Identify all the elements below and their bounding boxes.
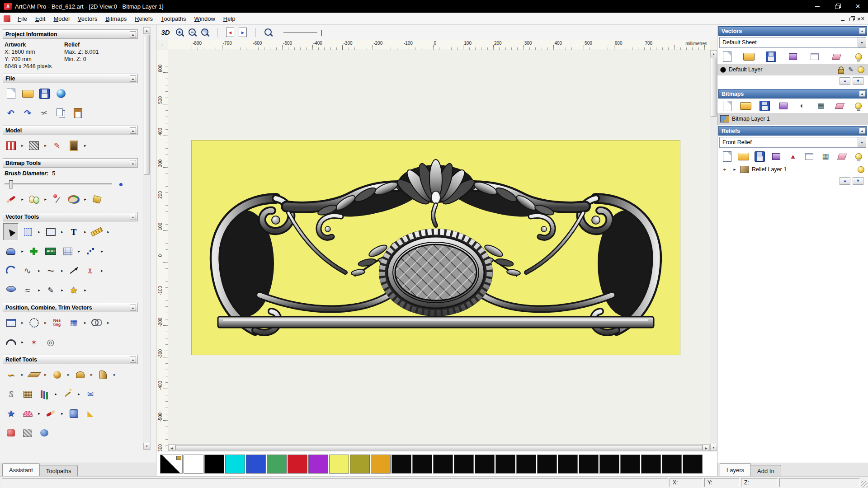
palette-swatch[interactable] [516,455,536,474]
flyout-icon[interactable] [83,223,88,240]
bezier-tool-icon[interactable] [43,262,58,279]
bitmaps-header[interactable]: Bitmaps [718,89,867,99]
colour-picker-icon[interactable] [49,191,65,208]
bitmap-to-vector-icon[interactable] [60,243,75,260]
flyout-icon[interactable] [20,314,25,331]
vectors-header[interactable]: Vectors [718,26,867,36]
arrow-up-blue-icon[interactable] [840,177,850,185]
palette-swatch[interactable] [641,455,661,474]
menu-item-bitmaps[interactable]: Bitmaps [101,14,131,24]
menu-item-toolpaths[interactable]: Toolpaths [157,14,190,24]
menu-item-model[interactable]: Model [49,14,73,24]
pencil-edit-icon[interactable] [846,65,855,74]
reliefs-header[interactable]: Reliefs [718,126,867,136]
relief-layer-row[interactable]: Relief Layer 1 [717,164,868,175]
grid-icon[interactable] [820,150,831,162]
horizontal-scrollbar[interactable] [168,444,710,451]
text-block-icon[interactable] [43,243,58,260]
trim-tool-icon[interactable] [83,262,98,279]
arrow-down-blue-icon[interactable] [853,77,863,85]
section-project-information[interactable]: Project Information [3,29,138,39]
zoom-out-icon[interactable] [186,27,198,38]
flyout-icon[interactable] [43,191,48,208]
page-new-icon[interactable] [721,100,733,112]
smooth-relief-icon[interactable] [3,366,19,383]
brush-diameter-slider[interactable] [5,180,137,188]
collapse-icon[interactable] [130,357,136,363]
palette-swatch[interactable] [350,455,370,474]
flyout-icon[interactable] [66,366,71,383]
folder-open-icon[interactable] [740,100,752,112]
merge-layer-icon[interactable] [770,150,782,162]
scroll-up-button[interactable] [710,50,717,57]
copy-icon[interactable] [53,104,69,122]
palette-swatch[interactable] [329,455,349,474]
fan-relief-icon[interactable] [20,405,35,422]
mdi-close-button[interactable]: × [856,14,865,23]
section-vector-tools[interactable]: Vector Tools [3,212,138,221]
bitmap-layer-row[interactable]: Bitmap Layer 1 [717,113,868,125]
flyout-icon[interactable] [76,385,81,403]
menu-item-help[interactable]: Help [219,14,240,24]
eraser-icon[interactable] [831,51,843,62]
page-new-icon[interactable] [3,85,19,102]
palette-swatch[interactable] [412,455,432,474]
thumb-bitmap-icon[interactable] [720,114,729,123]
texture-relief-icon[interactable] [66,405,81,422]
flyout-icon[interactable] [43,314,48,331]
zoom-page-icon[interactable] [262,27,274,38]
flyout-icon[interactable] [20,366,25,383]
palette-swatch[interactable] [392,455,411,474]
menu-item-file[interactable]: File [14,14,31,24]
import-model-icon[interactable] [53,85,69,102]
collapse-icon[interactable] [859,90,865,97]
paint-brush-icon[interactable] [3,191,19,208]
pen-tool-icon[interactable] [43,282,58,299]
merge-layer-icon[interactable] [787,51,799,62]
minimize-button[interactable] [807,0,827,13]
sheet-icon[interactable] [803,150,815,162]
menu-item-edit[interactable]: Edit [31,14,49,24]
flyout-icon[interactable] [60,223,65,240]
flyout-icon[interactable] [112,366,117,383]
join-vectors-icon[interactable] [3,333,19,351]
sheet-icon[interactable] [809,51,821,62]
flyout-icon[interactable] [20,137,25,154]
scroll-down-button[interactable] [143,443,150,450]
layer-colour-swatch[interactable] [720,67,726,73]
palette-swatch[interactable] [579,455,599,474]
folder-open-icon[interactable] [743,51,755,62]
flyout-icon[interactable] [43,366,48,383]
mdi-restore-button[interactable] [847,14,856,23]
paint-bucket-icon[interactable] [89,191,104,208]
slider-handle[interactable] [9,180,13,188]
polyline-arrow-icon[interactable] [66,262,81,279]
restore-button[interactable] [827,0,848,13]
disk-save-icon[interactable] [765,51,777,62]
section-file[interactable]: File [3,74,138,83]
flyout-icon[interactable] [20,191,25,208]
flyout-icon[interactable] [60,282,65,299]
cut-icon[interactable] [37,104,52,122]
palette-swatch[interactable] [371,455,391,474]
vector-layer-row[interactable]: Default Layer [717,64,868,75]
primary-secondary-colour-swatch[interactable] [160,455,183,474]
collapse-icon[interactable] [859,127,865,134]
tab-assistant[interactable]: Assistant [2,463,40,476]
model-image-icon[interactable] [66,137,81,154]
scroll-up-button[interactable] [143,27,150,34]
trim-weld-icon[interactable] [26,333,42,351]
cropped-tool-b-icon[interactable] [20,424,35,441]
extrude-relief-icon[interactable] [95,366,111,383]
sheet-selector[interactable]: Default Sheet [719,37,866,48]
palette-swatch[interactable] [537,455,557,474]
section-relief-tools[interactable]: Relief Tools [3,355,138,364]
flyout-icon[interactable] [37,262,42,279]
create-polyline-icon[interactable] [83,243,98,260]
scroll-left-button[interactable] [168,445,175,451]
scroll-right-button[interactable] [703,445,710,451]
expander-icon[interactable] [730,165,739,174]
palette-swatch[interactable] [308,455,328,474]
page-new-icon[interactable] [721,150,733,162]
shape-editor-icon[interactable] [49,366,65,383]
